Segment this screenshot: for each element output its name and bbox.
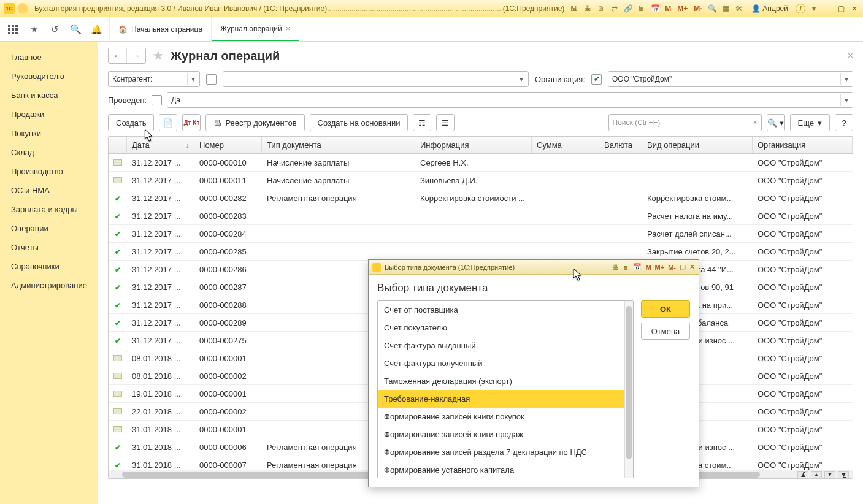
list-item[interactable]: Счет-фактура выданный — [378, 337, 633, 354]
table-row[interactable]: 31.12.2017 ...0000-000282Регламентная оп… — [109, 189, 853, 207]
col-date[interactable]: Дата↓ — [127, 137, 194, 153]
maximize-button[interactable]: ▢ — [836, 4, 846, 13]
calc-icon[interactable]: 🖩 — [637, 4, 646, 13]
back-button[interactable]: ← — [109, 48, 127, 63]
kontragent-value-combo[interactable]: ▾ — [223, 71, 529, 87]
dropdown-icon[interactable]: ▾ — [809, 4, 819, 13]
col-number[interactable]: Номер — [194, 137, 262, 153]
sidebar-item[interactable]: Склад — [0, 143, 98, 162]
dialog-titlebar[interactable]: Выбор типа документа (1С:Предприятие) 🖶 … — [369, 260, 699, 275]
table-row[interactable]: 31.12.2017 ...0000-000010Начисление зарп… — [109, 154, 853, 172]
tab-start-page[interactable]: 🏠 Начальная страница — [109, 17, 212, 41]
col-type[interactable]: Тип документа — [262, 137, 415, 153]
list-mode-button[interactable]: ☰ — [436, 114, 455, 131]
dialog-m-minus-button[interactable]: M- — [668, 264, 676, 271]
search-icon[interactable]: 🔍 — [70, 24, 81, 35]
sidebar-item[interactable]: Банк и касса — [0, 86, 98, 105]
cancel-button[interactable]: Отмена — [641, 323, 690, 340]
scroll-up-button[interactable]: ▲ — [811, 471, 822, 478]
kontragent-checkbox[interactable] — [206, 74, 217, 85]
sidebar-item[interactable]: Покупки — [0, 124, 98, 143]
col-organization[interactable]: Организация — [753, 137, 853, 153]
document-type-list[interactable]: Счет от поставщикаСчет покупателюСчет-фа… — [377, 300, 634, 478]
list-item[interactable]: Формирование записей раздела 7 деклараци… — [378, 443, 633, 461]
history-icon[interactable]: ↺ — [49, 24, 60, 35]
tools-icon[interactable]: 🛠 — [734, 4, 744, 13]
more-button[interactable]: Еще ▾ — [790, 114, 830, 131]
zoom-icon[interactable]: 🔍 — [707, 4, 717, 13]
sidebar-item[interactable]: Производство — [0, 162, 98, 181]
sidebar-item[interactable]: Продажи — [0, 105, 98, 124]
save-icon[interactable]: 🖫 — [569, 4, 579, 13]
m-button[interactable]: M — [664, 4, 672, 13]
dialog-calendar-icon[interactable]: 📅 — [633, 263, 642, 271]
sidebar-item[interactable]: Операции — [0, 219, 98, 238]
info-icon[interactable]: i — [796, 4, 805, 13]
minimize-button[interactable]: — — [823, 4, 832, 13]
scroll-bottom-button[interactable]: ▼̲ — [838, 471, 849, 478]
list-item[interactable]: Таможенная декларация (экспорт) — [378, 372, 633, 390]
panels-icon[interactable]: ▦ — [721, 4, 731, 13]
apps-grid-icon[interactable] — [7, 24, 18, 35]
kontragent-combo[interactable]: Контрагент: ▾ — [108, 71, 200, 87]
scrollbar-thumb[interactable] — [626, 306, 632, 459]
col-currency[interactable]: Валюта — [599, 137, 642, 153]
dialog-m-button[interactable]: M — [645, 264, 651, 271]
m-plus-button[interactable]: M+ — [676, 4, 689, 13]
dialog-print-icon[interactable]: 🖶 — [612, 264, 619, 271]
table-row[interactable]: 31.12.2017 ...0000-000011Начисление зарп… — [109, 172, 853, 189]
dialog-close-button[interactable]: ✕ — [689, 263, 695, 271]
compare-icon[interactable]: ⇄ — [610, 4, 619, 13]
notifications-icon[interactable]: 🔔 — [91, 24, 102, 35]
dialog-calc-icon[interactable]: 🖩 — [623, 264, 629, 271]
sidebar-item[interactable]: Главное — [0, 48, 98, 67]
favorites-icon[interactable]: ★ — [28, 24, 39, 35]
print-icon[interactable]: 🖶 — [583, 4, 593, 13]
tab-close-icon[interactable]: × — [286, 24, 291, 33]
close-page-button[interactable]: × — [848, 50, 853, 61]
col-operation-type[interactable]: Вид операции — [642, 137, 753, 153]
sidebar-item[interactable]: Руководителю — [0, 67, 98, 86]
sidebar-item[interactable]: Зарплата и кадры — [0, 200, 98, 219]
scroll-down-button[interactable]: ▼ — [824, 471, 835, 478]
list-item[interactable]: Формирование записей книги покупок — [378, 408, 633, 426]
forward-button[interactable]: → — [127, 48, 145, 63]
sidebar-item[interactable]: Отчеты — [0, 238, 98, 257]
list-item[interactable]: Счет покупателю — [378, 319, 633, 337]
proveden-combo[interactable]: Да ▾ — [167, 92, 853, 108]
sidebar-item[interactable]: Администрирование — [0, 276, 98, 295]
col-sum[interactable]: Сумма — [532, 137, 599, 153]
close-window-button[interactable]: ✕ — [850, 4, 859, 13]
list-item[interactable]: Формирование записей книги продаж — [378, 426, 633, 443]
copy-button[interactable]: 📄 — [159, 114, 177, 131]
table-row[interactable]: 31.12.2017 ...0000-000284Расчет долей сп… — [109, 225, 853, 243]
table-row[interactable]: 31.12.2017 ...0000-000283Расчет налога н… — [109, 207, 853, 225]
proveden-checkbox[interactable] — [152, 95, 162, 105]
sidebar-item[interactable]: Справочники — [0, 257, 98, 276]
help-button[interactable]: ? — [835, 114, 853, 131]
organization-combo[interactable]: ООО "СтройДом" ▾ — [608, 71, 853, 87]
dtkt-button[interactable]: Дт Кт — [182, 114, 201, 131]
sidebar-item[interactable]: ОС и НМА — [0, 181, 98, 200]
list-item[interactable]: Формирование уставного капитала — [378, 461, 633, 479]
ok-button[interactable]: ОК — [641, 300, 690, 318]
create-on-basis-button[interactable]: Создать на основании — [310, 114, 408, 131]
tab-journal-operations[interactable]: Журнал операций × — [212, 17, 299, 41]
m-minus-button[interactable]: M- — [692, 4, 704, 13]
current-user[interactable]: 👤 Андрей — [751, 4, 788, 13]
organization-checkbox[interactable] — [591, 74, 602, 85]
table-row[interactable]: 31.12.2017 ...0000-000285Закрытие счетов… — [109, 243, 853, 261]
dialog-maximize-button[interactable]: ▢ — [680, 263, 686, 271]
col-status[interactable] — [109, 137, 127, 153]
clear-search-icon[interactable]: × — [753, 118, 758, 127]
nav-circle-icon[interactable] — [17, 3, 28, 14]
calendar-icon[interactable]: 📅 — [650, 4, 660, 13]
favorite-star-icon[interactable]: ★ — [152, 48, 164, 64]
list-item[interactable]: Счет-фактура полученный — [378, 354, 633, 372]
doc-icon[interactable]: 🗎 — [596, 4, 606, 13]
link-icon[interactable]: 🔗 — [623, 4, 633, 13]
create-button[interactable]: Создать — [108, 114, 154, 131]
list-item[interactable]: Требование-накладная — [378, 390, 633, 408]
list-scrollbar[interactable] — [624, 301, 633, 478]
dialog-m-plus-button[interactable]: M+ — [655, 264, 665, 271]
